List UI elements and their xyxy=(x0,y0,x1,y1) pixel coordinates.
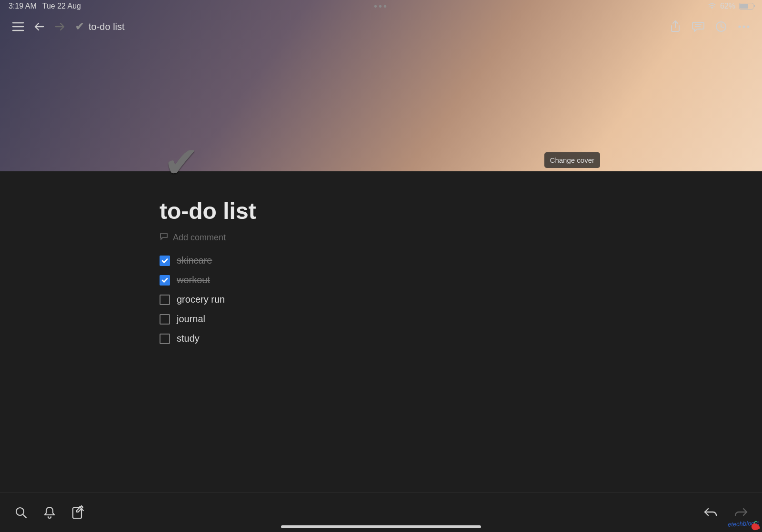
page-title[interactable]: to-do list xyxy=(160,198,602,224)
battery-percent: 62% xyxy=(720,2,735,10)
todo-item[interactable]: journal xyxy=(160,314,602,325)
todo-text[interactable]: journal xyxy=(177,314,205,325)
checkbox[interactable] xyxy=(160,295,170,305)
todo-text[interactable]: workout xyxy=(177,275,210,286)
share-icon[interactable] xyxy=(665,16,686,37)
new-page-icon[interactable] xyxy=(64,498,92,527)
todo-item[interactable]: grocery run xyxy=(160,294,602,305)
todo-item[interactable]: skincare xyxy=(160,255,602,266)
todo-item[interactable]: study xyxy=(160,333,602,344)
todo-text[interactable]: skincare xyxy=(177,255,212,266)
add-comment-button[interactable]: Add comment xyxy=(160,233,602,243)
svg-line-13 xyxy=(23,514,26,518)
notifications-icon[interactable] xyxy=(35,498,64,527)
top-toolbar: ✔ to-do list xyxy=(0,12,762,41)
checkbox[interactable] xyxy=(160,275,170,286)
todo-text[interactable]: study xyxy=(177,333,200,344)
svg-point-0 xyxy=(712,8,712,9)
comment-bubble-icon xyxy=(160,233,168,243)
change-cover-button[interactable]: Change cover xyxy=(544,152,600,168)
comments-icon[interactable] xyxy=(688,16,709,37)
history-icon[interactable] xyxy=(711,16,732,37)
toolbar-title[interactable]: to-do list xyxy=(89,21,125,32)
todo-list: skincareworkoutgrocery runjournalstudy xyxy=(160,255,602,344)
undo-icon[interactable] xyxy=(696,498,725,527)
multitasking-dots-icon[interactable]: ••• xyxy=(374,1,388,12)
svg-point-10 xyxy=(742,25,745,28)
svg-point-11 xyxy=(747,25,749,28)
status-bar: 3:19 AM Tue 22 Aug ••• 62% xyxy=(0,0,762,12)
status-date: Tue 22 Aug xyxy=(42,2,81,10)
chili-icon xyxy=(750,520,761,531)
checkbox[interactable] xyxy=(160,256,170,266)
battery-icon xyxy=(739,3,753,10)
sidebar-toggle-icon[interactable] xyxy=(8,16,29,37)
nav-back-icon[interactable] xyxy=(29,16,50,37)
todo-item[interactable]: workout xyxy=(160,275,602,286)
status-time: 3:19 AM xyxy=(9,2,37,10)
nav-forward-icon xyxy=(50,16,70,37)
svg-point-9 xyxy=(738,25,741,28)
checkbox[interactable] xyxy=(160,334,170,344)
search-icon[interactable] xyxy=(7,498,35,527)
more-icon[interactable] xyxy=(733,16,754,37)
checkbox[interactable] xyxy=(160,314,170,325)
add-comment-label: Add comment xyxy=(173,233,226,243)
page-emoji-icon[interactable]: ✔ xyxy=(163,141,602,184)
wifi-icon xyxy=(708,3,716,10)
page-check-icon: ✔ xyxy=(75,20,84,33)
todo-text[interactable]: grocery run xyxy=(177,294,225,305)
page-content: ✔ to-do list Add comment skincareworkout… xyxy=(0,41,762,492)
home-indicator[interactable] xyxy=(281,525,481,528)
